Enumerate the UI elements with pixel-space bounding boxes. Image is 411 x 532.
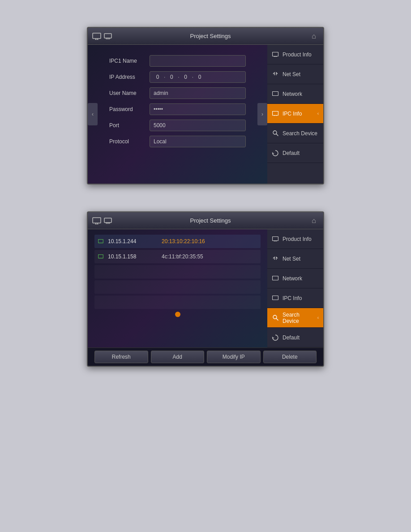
panel-2-content: 10.15.1.244 20:13:10:22:10:16 10.15.1.15… [88,229,267,348]
monitor-icon-3 [92,217,101,224]
sidebar-item-network-1[interactable]: Network [267,84,323,104]
ip-address-row: IP Address · · · [109,71,246,83]
sidebar-item-default-1[interactable]: Default [267,143,323,163]
ipc-info-label-1: IPC Info [283,111,314,117]
home-icon-2[interactable]: ⌂ [309,216,319,226]
device-row-1[interactable]: 10.15.1.244 20:13:10:22:10:16 [94,235,261,248]
panel-1: Project Settings ⌂ ‹ IPC1 Name IP Addres… [87,27,324,184]
device-empty-3 [94,296,261,309]
nav-arrow-left-1[interactable]: ‹ [88,103,98,125]
svg-rect-16 [93,218,101,223]
home-icon-1[interactable]: ⌂ [309,31,319,41]
nav-arrow-right-1[interactable]: › [257,103,267,125]
default-icon-1 [272,150,279,156]
ip-octet-4[interactable] [195,74,205,80]
header-icons-2 [92,217,112,224]
ipc-name-row: IPC1 Name [109,55,246,67]
password-input[interactable] [150,103,246,115]
username-row: User Name [109,87,246,99]
ip-octet-2[interactable] [167,74,176,80]
svg-rect-0 [93,33,101,39]
svg-rect-11 [273,112,278,116]
device-empty-2 [94,280,261,294]
ipc-name-input[interactable] [150,55,246,67]
device-ip-2: 10.15.1.158 [108,253,157,260]
protocol-input[interactable] [150,136,246,147]
device-row-2[interactable]: 10.15.1.158 4c:11:bf:20:35:55 [94,250,261,263]
sidebar-item-network-2[interactable]: Network [267,269,323,288]
sidebar-item-search-device-2[interactable]: Search Device ‹ [267,308,323,328]
search-device-icon-1 [272,131,279,136]
add-button[interactable]: Add [151,351,205,363]
username-input[interactable] [150,87,246,99]
delete-button[interactable]: Delete [263,351,317,363]
protocol-label: Protocol [109,138,150,145]
sidebar-item-product-info-1[interactable]: Product Info [267,45,323,64]
net-set-label-2: Net Set [283,256,319,262]
default-label-1: Default [283,150,319,156]
product-info-label-1: Product Info [283,51,319,58]
search-device-arrow-2: ‹ [317,315,319,320]
port-label: Port [109,122,150,129]
product-info-icon-2 [272,236,279,242]
network-icon-2 [272,276,279,281]
password-row: Password [109,103,246,115]
pagination-dot [175,312,180,317]
sidebar-item-net-set-1[interactable]: Net Set [267,64,323,84]
svg-rect-4 [104,34,111,38]
modify-ip-button[interactable]: Modify IP [207,351,261,363]
sidebar-item-ipc-info-2[interactable]: IPC Info [267,288,323,308]
svg-rect-21 [106,223,110,223]
panel-1-sidebar: Product Info Net Set Network IPC Info ‹ [267,45,323,184]
ipc-form: IPC1 Name IP Address · · · [97,51,258,155]
device-mac-2: 4c:11:bf:20:35:55 [162,253,203,260]
sidebar-item-ipc-info-1[interactable]: IPC Info ‹ [267,104,323,124]
svg-rect-23 [98,255,103,258]
refresh-button[interactable]: Refresh [94,351,148,363]
sidebar-item-net-set-2[interactable]: Net Set [267,249,323,269]
username-label: User Name [109,90,150,96]
svg-rect-28 [273,276,278,280]
panel-2-title: Project Settings [112,217,309,224]
svg-rect-10 [273,92,278,96]
ipc-info-arrow-1: ‹ [317,111,319,116]
sidebar-item-default-2[interactable]: Default [267,328,323,348]
header-icons [92,33,112,40]
panel-2-sidebar: Product Info Net Set Network [267,229,323,348]
device-ip-1: 10.15.1.244 [108,238,157,245]
network-label-2: Network [283,275,319,282]
panel-2-header: Project Settings ⌂ [88,212,323,229]
device-indicator-1 [98,239,103,244]
svg-rect-20 [104,218,111,223]
ip-address-input[interactable]: · · · [150,71,246,83]
panel-2-body: 10.15.1.244 20:13:10:22:10:16 10.15.1.15… [88,229,323,366]
port-row: Port [109,120,246,131]
device-indicator-2 [98,254,103,259]
ip-octet-3[interactable] [181,74,191,80]
panel-2-main: 10.15.1.244 20:13:10:22:10:16 10.15.1.15… [88,229,323,348]
default-label-2: Default [283,335,319,341]
product-info-icon-1 [272,52,279,57]
ip-octet-1[interactable] [153,74,163,80]
svg-rect-29 [273,296,278,300]
monitor-icon-1 [92,33,101,40]
svg-rect-24 [273,237,278,241]
panel-2: Project Settings ⌂ 10.15.1.244 [87,211,324,367]
port-input[interactable] [150,120,246,131]
panel-1-title: Project Settings [112,33,309,39]
device-list: 10.15.1.244 20:13:10:22:10:16 10.15.1.15… [94,235,261,309]
monitor-icon-4 [104,218,112,224]
sidebar-item-search-device-1[interactable]: Search Device [267,124,323,143]
panel-1-content: ‹ IPC1 Name IP Address · · · [88,45,267,184]
sidebar-item-product-info-2[interactable]: Product Info [267,229,323,249]
network-icon-1 [272,91,279,97]
ipc-info-icon-2 [272,296,279,301]
svg-line-31 [276,318,278,320]
device-empty-1 [94,265,261,279]
protocol-row: Protocol [109,136,246,147]
svg-rect-6 [273,52,278,56]
ipc-info-label-2: IPC Info [283,295,319,301]
panel-1-header: Project Settings ⌂ [88,28,323,45]
ipc-info-icon-1 [272,111,279,116]
password-label: Password [109,106,150,112]
